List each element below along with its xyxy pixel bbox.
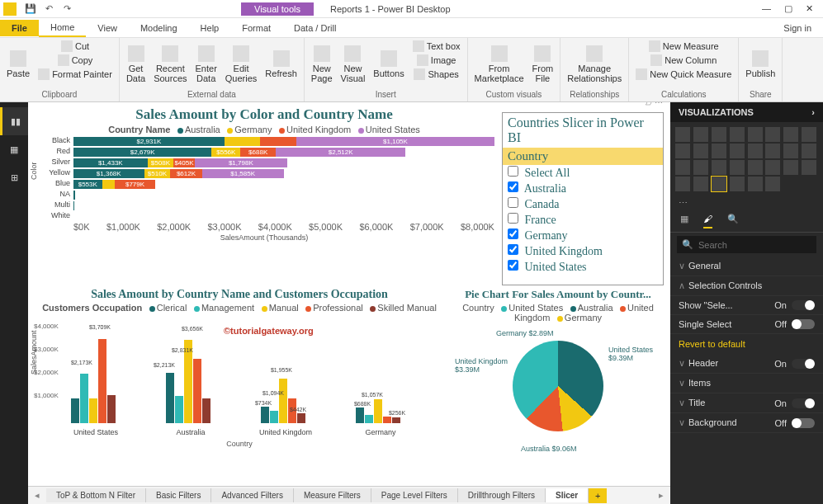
refresh-button[interactable]: Refresh — [262, 40, 300, 89]
slicer-item[interactable]: United Kingdom — [503, 243, 663, 259]
viz-type-icon[interactable] — [783, 127, 798, 142]
viz-type-icon[interactable] — [730, 160, 745, 175]
page-tab[interactable]: Page Level Filters — [371, 488, 458, 502]
viz-type-icon[interactable] — [748, 177, 763, 191]
tab-format[interactable]: Format — [230, 20, 282, 36]
edit-queries-button[interactable]: Edit Queries — [222, 40, 261, 89]
signin-link[interactable]: Sign in — [772, 20, 823, 36]
page-tab[interactable]: Drillthrough Filters — [458, 488, 546, 502]
page-tab[interactable]: ToP & Bottom N Filter — [46, 488, 146, 502]
slicer-item[interactable]: Select All — [503, 165, 663, 181]
new-quick-measure-button[interactable]: New Quick Measure — [632, 68, 735, 81]
tab-datadrill[interactable]: Data / Drill — [282, 20, 348, 36]
slicer-visual[interactable]: ▱ ⋯ Countries Slicer in Power BI Country… — [502, 112, 664, 285]
redo-icon[interactable]: ↷ — [58, 1, 76, 17]
buttons-button[interactable]: Buttons — [370, 40, 407, 89]
fields-tab-icon[interactable]: ▦ — [680, 214, 688, 228]
page-tab[interactable]: Slicer — [546, 488, 589, 502]
viz-type-icon[interactable] — [712, 177, 726, 191]
viz-type-icon[interactable] — [730, 177, 745, 191]
textbox-button[interactable]: Text box — [409, 40, 464, 53]
viz-type-icon[interactable] — [675, 160, 690, 175]
tab-home[interactable]: Home — [39, 19, 86, 37]
slicer-item[interactable]: Australia — [503, 181, 663, 196]
new-visual-button[interactable]: New Visual — [338, 40, 369, 89]
manage-relationships-button[interactable]: Manage Relationships — [564, 40, 625, 89]
toggle-header[interactable] — [792, 359, 815, 369]
viz-type-icon[interactable] — [783, 144, 798, 158]
viz-type-icon[interactable] — [748, 127, 763, 142]
recent-sources-button[interactable]: Recent Sources — [150, 40, 190, 89]
new-column-button[interactable]: New Column — [632, 54, 735, 67]
page-nav-left-icon[interactable]: ◂ — [28, 490, 46, 501]
publish-button[interactable]: Publish — [742, 40, 778, 89]
search-input[interactable] — [698, 240, 812, 250]
viz-type-icon[interactable] — [693, 160, 708, 175]
page-nav-right-icon[interactable]: ▸ — [652, 490, 670, 501]
prop-single-select[interactable]: Single SelectOff — [670, 315, 823, 334]
viz-type-icon[interactable] — [712, 127, 726, 142]
undo-icon[interactable]: ↶ — [40, 1, 58, 17]
model-view-icon[interactable]: ⊞ — [0, 163, 28, 191]
revert-to-default[interactable]: Revert to default — [670, 334, 823, 354]
viz-type-icon[interactable] — [765, 127, 780, 142]
viz-type-icon[interactable] — [712, 144, 726, 158]
cut-button[interactable]: Cut — [35, 40, 116, 53]
report-canvas[interactable]: Sales Amount by Color and Country Name C… — [28, 102, 670, 504]
viz-type-icon[interactable] — [675, 177, 690, 191]
toggle-title[interactable] — [792, 398, 815, 408]
image-button[interactable]: Image — [409, 54, 464, 67]
tab-file[interactable]: File — [0, 20, 39, 36]
page-tab[interactable]: Measure Filters — [294, 488, 371, 502]
tab-view[interactable]: View — [86, 20, 129, 36]
enter-data-button[interactable]: Enter Data — [192, 40, 220, 89]
viz-type-icon[interactable] — [765, 177, 780, 191]
page-tab[interactable]: Advanced Filters — [211, 488, 293, 502]
save-icon[interactable]: 💾 — [21, 1, 40, 17]
data-view-icon[interactable]: ▦ — [0, 135, 28, 163]
tab-modeling[interactable]: Modeling — [129, 20, 189, 36]
more-visuals-icon[interactable]: ⋯ — [670, 196, 823, 210]
viz-type-icon[interactable] — [765, 160, 780, 175]
toggle-single-select[interactable] — [792, 319, 815, 329]
shapes-button[interactable]: Shapes — [409, 68, 464, 81]
format-tab-icon[interactable]: 🖌 — [703, 214, 712, 228]
viz-type-icon[interactable] — [675, 144, 690, 158]
viz-type-icon[interactable] — [693, 177, 708, 191]
prop-general[interactable]: ∨General — [670, 257, 823, 276]
viz-type-icon[interactable] — [675, 127, 690, 142]
paste-button[interactable]: Paste — [3, 40, 33, 89]
prop-header[interactable]: ∨HeaderOn — [670, 354, 823, 374]
slicer-item[interactable]: Germany — [503, 228, 663, 243]
viz-type-icon[interactable] — [730, 144, 745, 158]
viz-type-icon[interactable] — [765, 144, 780, 158]
new-measure-button[interactable]: New Measure — [632, 40, 735, 53]
viz-type-icon[interactable] — [730, 127, 745, 142]
close-icon[interactable]: ✕ — [806, 3, 813, 14]
report-view-icon[interactable]: ▮▮ — [0, 107, 28, 135]
stacked-bar-visual[interactable]: Sales Amount by Color and Country Name C… — [33, 106, 495, 279]
viz-type-icon[interactable] — [783, 160, 798, 175]
get-data-button[interactable]: Get Data — [123, 40, 149, 89]
copy-button[interactable]: Copy — [35, 54, 116, 67]
from-marketplace-button[interactable]: From Marketplace — [471, 40, 527, 89]
slicer-item[interactable]: Canada — [503, 196, 663, 212]
slicer-item[interactable]: United States — [503, 259, 663, 275]
toggle-show-select-all[interactable] — [792, 300, 815, 310]
add-page-button[interactable]: + — [589, 488, 607, 503]
chevron-right-icon[interactable]: › — [811, 107, 815, 117]
analytics-tab-icon[interactable]: 🔍 — [727, 214, 739, 228]
tab-help[interactable]: Help — [189, 20, 231, 36]
viz-type-icon[interactable] — [748, 144, 763, 158]
format-painter-button[interactable]: Format Painter — [35, 68, 116, 81]
viz-type-icon[interactable] — [802, 127, 816, 142]
viz-type-icon[interactable] — [693, 127, 708, 142]
prop-show-select-all[interactable]: Show "Sele...On — [670, 296, 823, 315]
from-file-button[interactable]: From File — [529, 40, 557, 89]
viz-type-icon[interactable] — [802, 144, 816, 158]
viz-type-icon[interactable] — [802, 160, 816, 175]
viz-type-icon[interactable] — [712, 160, 726, 175]
slicer-item[interactable]: France — [503, 212, 663, 228]
prop-items[interactable]: ∨Items — [670, 374, 823, 393]
toggle-background[interactable] — [792, 418, 815, 428]
